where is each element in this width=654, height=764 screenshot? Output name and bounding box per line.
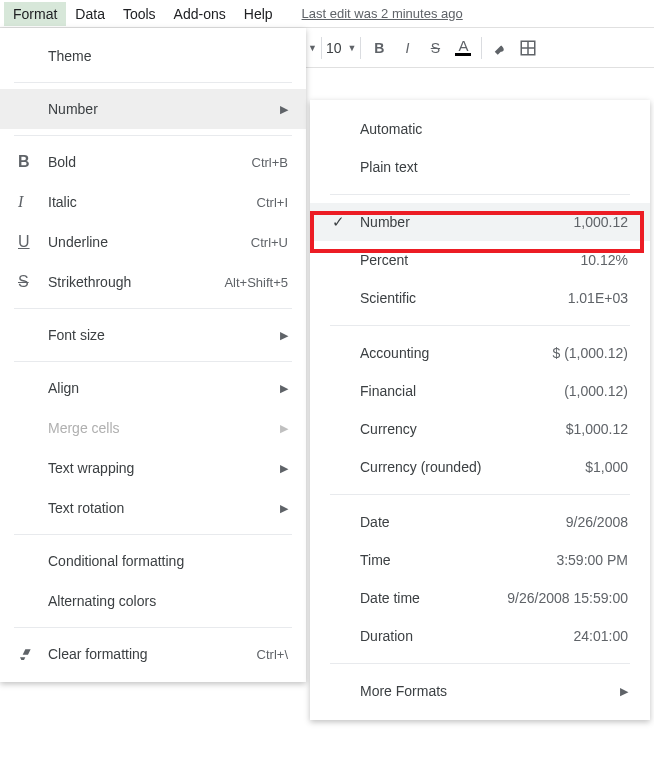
borders-button[interactable] [514, 34, 542, 62]
menu-item-clear[interactable]: Clear formatting Ctrl+\ [0, 634, 306, 674]
check-icon: ✓ [332, 213, 360, 231]
menubar: Format Data Tools Add-ons Help Last edit… [0, 0, 654, 28]
format-dropdown: Theme Number ▶ B Bold Ctrl+B I Italic Ct… [0, 28, 306, 682]
menu-separator [330, 194, 630, 195]
menu-item-underline[interactable]: U Underline Ctrl+U [0, 222, 306, 262]
menu-addons[interactable]: Add-ons [165, 2, 235, 26]
menu-item-align[interactable]: Align ▶ [0, 368, 306, 408]
chevron-right-icon: ▶ [280, 502, 288, 515]
last-edit-link[interactable]: Last edit was 2 minutes ago [302, 6, 463, 21]
menu-separator [330, 663, 630, 664]
toolbar-separator [481, 37, 482, 59]
number-submenu: Automatic Plain text ✓ Number 1,000.12 P… [310, 100, 650, 720]
menu-item-wrap[interactable]: Text wrapping ▶ [0, 448, 306, 488]
menu-item-fontsize[interactable]: Font size ▶ [0, 315, 306, 355]
number-date[interactable]: Date 9/26/2008 [310, 503, 650, 541]
number-duration[interactable]: Duration 24:01:00 [310, 617, 650, 655]
number-currency-rounded[interactable]: Currency (rounded) $1,000 [310, 448, 650, 486]
font-size-value: 10 [326, 40, 342, 56]
text-color-button[interactable]: A [449, 34, 477, 62]
menu-separator [330, 325, 630, 326]
dropdown-arrow-icon[interactable]: ▼ [308, 43, 317, 53]
fill-color-button[interactable] [486, 34, 514, 62]
menu-item-conditional[interactable]: Conditional formatting [0, 541, 306, 581]
bold-icon: B [18, 153, 48, 171]
number-scientific[interactable]: Scientific 1.01E+03 [310, 279, 650, 317]
number-plaintext[interactable]: Plain text [310, 148, 650, 186]
chevron-right-icon: ▶ [280, 329, 288, 342]
clear-format-icon [18, 646, 48, 662]
number-time[interactable]: Time 3:59:00 PM [310, 541, 650, 579]
chevron-right-icon: ▶ [620, 685, 628, 698]
menu-format[interactable]: Format [4, 2, 66, 26]
menu-item-rotation[interactable]: Text rotation ▶ [0, 488, 306, 528]
menu-separator [330, 494, 630, 495]
number-datetime[interactable]: Date time 9/26/2008 15:59:00 [310, 579, 650, 617]
italic-icon: I [18, 193, 48, 211]
menu-item-number[interactable]: Number ▶ [0, 89, 306, 129]
number-number[interactable]: ✓ Number 1,000.12 [310, 203, 650, 241]
italic-button[interactable]: I [393, 34, 421, 62]
menu-separator [14, 627, 292, 628]
menu-separator [14, 82, 292, 83]
toolbar-separator [321, 37, 322, 59]
menu-item-bold[interactable]: B Bold Ctrl+B [0, 142, 306, 182]
chevron-right-icon: ▶ [280, 382, 288, 395]
chevron-right-icon: ▶ [280, 422, 288, 435]
menu-tools[interactable]: Tools [114, 2, 165, 26]
number-accounting[interactable]: Accounting $ (1,000.12) [310, 334, 650, 372]
number-percent[interactable]: Percent 10.12% [310, 241, 650, 279]
menu-separator [14, 135, 292, 136]
number-financial[interactable]: Financial (1,000.12) [310, 372, 650, 410]
menu-item-theme[interactable]: Theme [0, 36, 306, 76]
toolbar-separator [360, 37, 361, 59]
menu-separator [14, 308, 292, 309]
number-more-formats[interactable]: More Formats ▶ [310, 672, 650, 710]
menu-data[interactable]: Data [66, 2, 114, 26]
strikethrough-button[interactable]: S [421, 34, 449, 62]
number-currency[interactable]: Currency $1,000.12 [310, 410, 650, 448]
menu-item-strikethrough[interactable]: S Strikethrough Alt+Shift+5 [0, 262, 306, 302]
number-automatic[interactable]: Automatic [310, 110, 650, 148]
bold-button[interactable]: B [365, 34, 393, 62]
chevron-right-icon: ▶ [280, 103, 288, 116]
menu-separator [14, 534, 292, 535]
menu-item-alternating[interactable]: Alternating colors [0, 581, 306, 621]
menu-item-merge: Merge cells ▶ [0, 408, 306, 448]
underline-icon: U [18, 233, 48, 251]
chevron-right-icon: ▶ [280, 462, 288, 475]
menu-item-italic[interactable]: I Italic Ctrl+I [0, 182, 306, 222]
strikethrough-icon: S [18, 273, 48, 291]
chevron-down-icon: ▼ [348, 43, 357, 53]
menu-help[interactable]: Help [235, 2, 282, 26]
menu-separator [14, 361, 292, 362]
font-size-selector[interactable]: 10 ▼ [326, 40, 357, 56]
